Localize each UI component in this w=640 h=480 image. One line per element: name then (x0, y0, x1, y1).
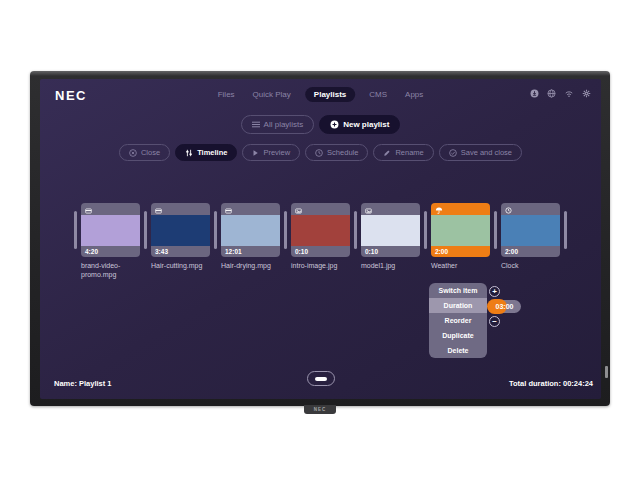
menu-item-delete[interactable]: Delete (429, 343, 487, 358)
duration-badge: 2:00 (435, 248, 448, 255)
play-icon (252, 149, 259, 157)
drag-handle[interactable] (74, 211, 77, 249)
check-circle-icon (449, 149, 457, 157)
thumbnail (501, 215, 560, 246)
close-button[interactable]: Close (119, 144, 170, 161)
timeline-sliders-icon (185, 149, 193, 157)
globe-icon[interactable] (547, 89, 556, 98)
bezel-nec-badge: NEC (304, 405, 336, 414)
thumbnail (291, 215, 350, 246)
clock-icon (315, 149, 323, 157)
timeline-item-weather-selected[interactable]: 2:00 Weather (431, 203, 490, 270)
save-and-close-button[interactable]: Save and close (439, 144, 522, 161)
item-context-menu: Switch item Duration Reorder Duplicate D… (429, 283, 487, 358)
drag-handle[interactable] (494, 211, 497, 249)
menu-item-reorder[interactable]: Reorder (429, 313, 487, 328)
menu-item-switch-item[interactable]: Switch item (429, 283, 487, 298)
plus-circle-icon (330, 120, 339, 129)
duration-badge: 0:10 (295, 248, 308, 255)
all-playlists-label: All playlists (264, 120, 304, 129)
power-sensor-notch (605, 366, 608, 378)
menu-item-duplicate[interactable]: Duplicate (429, 328, 487, 343)
thumbnail (81, 215, 140, 246)
playlist-action-row: All playlists New playlist (40, 115, 601, 134)
collapse-toolbar-button[interactable] (307, 371, 335, 386)
thumbnail (361, 215, 420, 246)
timeline-item-intro-image[interactable]: 0:10 intro-image.jpg (291, 203, 350, 270)
playlist-name-label: Name: Playlist 1 (54, 379, 112, 388)
rename-label: Rename (395, 148, 423, 157)
thumbnail (431, 215, 490, 246)
duration-value: 03:00 (488, 300, 521, 313)
schedule-label: Schedule (327, 148, 358, 157)
status-icon-bar (530, 89, 591, 98)
rename-button[interactable]: Rename (373, 144, 433, 161)
download-icon[interactable] (530, 89, 539, 98)
wifi-icon[interactable] (564, 89, 574, 98)
settings-icon[interactable] (582, 89, 591, 98)
nav-tab-quick-play[interactable]: Quick Play (249, 87, 295, 102)
save-and-close-label: Save and close (461, 148, 512, 157)
close-icon (129, 149, 137, 157)
all-playlists-button[interactable]: All playlists (241, 115, 315, 134)
playlist-timeline: 4:20 brand-video-promo.mpg 3:43 Hair-cut… (40, 203, 601, 280)
timeline-button[interactable]: Timeline (175, 144, 237, 161)
duration-badge: 4:20 (85, 248, 98, 255)
preview-label: Preview (263, 148, 290, 157)
timeline-item-clock[interactable]: 2:00 Clock (501, 203, 560, 270)
close-label: Close (141, 148, 160, 157)
nav-tab-apps[interactable]: Apps (401, 87, 427, 102)
nec-logo: NEC (55, 88, 87, 103)
duration-badge: 12:01 (225, 248, 242, 255)
duration-decrease-button[interactable]: − (489, 316, 500, 327)
timeline-item-brand-video[interactable]: 4:20 brand-video-promo.mpg (81, 203, 140, 280)
thumbnail (151, 215, 210, 246)
duration-badge: 0:10 (365, 248, 378, 255)
duration-badge: 2:00 (505, 248, 518, 255)
item-label: Hair-cutting.mpg (151, 261, 210, 270)
thumbnail (221, 215, 280, 246)
item-label: brand-video-promo.mpg (81, 261, 140, 280)
top-navigation: Files Quick Play Playlists CMS Apps (214, 87, 428, 102)
preview-button[interactable]: Preview (242, 144, 300, 161)
nav-tab-files[interactable]: Files (214, 87, 239, 102)
drag-handle[interactable] (424, 211, 427, 249)
drag-handle[interactable] (144, 211, 147, 249)
drag-handle[interactable] (284, 211, 287, 249)
item-label: intro-image.jpg (291, 261, 350, 270)
menu-item-duration[interactable]: Duration (429, 298, 487, 313)
pencil-icon (383, 149, 391, 157)
timeline-item-hair-cutting[interactable]: 3:43 Hair-cutting.mpg (151, 203, 210, 270)
schedule-button[interactable]: Schedule (305, 144, 368, 161)
duration-value-pill[interactable]: 03:00 (488, 300, 521, 313)
timeline-label: Timeline (197, 148, 227, 157)
nav-tab-playlists[interactable]: Playlists (305, 87, 355, 102)
total-duration-label: Total duration: 00:24:24 (509, 379, 593, 388)
drag-handle[interactable] (354, 211, 357, 249)
timeline-item-model1[interactable]: 0:10 model1.jpg (361, 203, 420, 270)
drag-handle[interactable] (564, 211, 567, 249)
hamburger-icon (252, 121, 260, 128)
timeline-item-hair-drying[interactable]: 12:01 Hair-drying.mpg (221, 203, 280, 270)
editor-toolbar: Close Timeline Preview Schedule Rename S… (40, 144, 601, 161)
drag-handle[interactable] (214, 211, 217, 249)
monitor-bezel: NEC Files Quick Play Playlists CMS Apps … (30, 71, 610, 406)
minimize-bar-icon (315, 377, 327, 381)
item-label: Hair-drying.mpg (221, 261, 280, 270)
new-playlist-button[interactable]: New playlist (319, 115, 400, 134)
nav-tab-cms[interactable]: CMS (365, 87, 391, 102)
item-label: Clock (501, 261, 560, 270)
duration-badge: 3:43 (155, 248, 168, 255)
display-screen: NEC Files Quick Play Playlists CMS Apps … (40, 79, 601, 399)
item-label: Weather (431, 261, 490, 270)
duration-increase-button[interactable]: + (489, 286, 500, 297)
item-label: model1.jpg (361, 261, 420, 270)
new-playlist-label: New playlist (343, 120, 389, 129)
